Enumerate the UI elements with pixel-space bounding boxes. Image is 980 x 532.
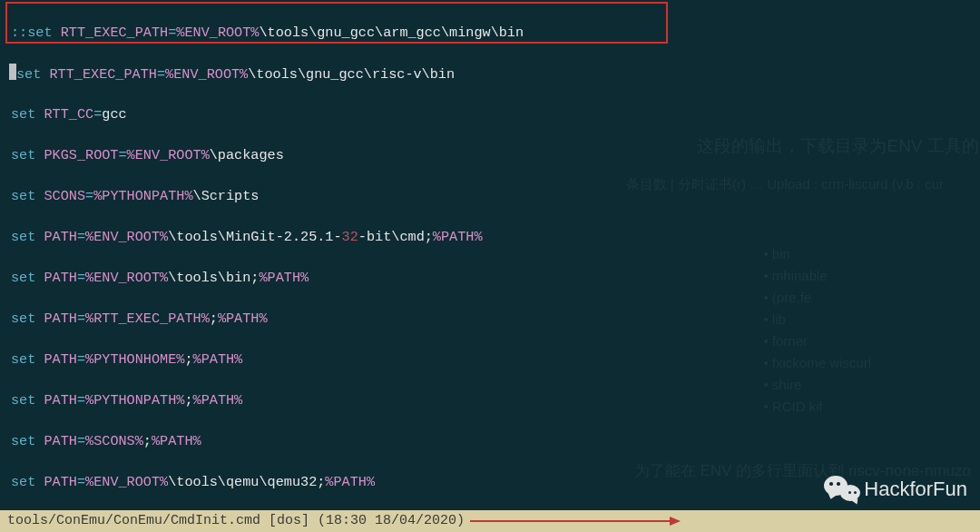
background-ghost-text: 这段的输出，下载目录为ENV 工具的 /tool: [697, 136, 980, 157]
background-ghost-text: 条目数 | 分时证书(r) … Upload : crm-liscurd (v,…: [626, 174, 944, 195]
code-line: set RTT_EXEC_PATH=%ENV_ROOT%\tools\gnu_g…: [11, 64, 980, 84]
annotation-arrow: [470, 520, 671, 522]
code-line: set PATH=%SCONS%;%PATH%: [11, 431, 980, 452]
status-bar: tools/ConEmu/ConEmu/CmdInit.cmd [dos] (1…: [0, 510, 980, 532]
status-file-path: tools/ConEmu/ConEmu/CmdInit.cmd: [7, 510, 260, 532]
code-line: ::set RTT_EXEC_PATH=%ENV_ROOT%\tools\gnu…: [11, 23, 980, 44]
watermark-text: HackforFun: [864, 479, 967, 500]
wechat-icon: [824, 474, 860, 505]
status-file-type: [dos]: [269, 510, 309, 532]
text-cursor: [9, 64, 16, 80]
watermark: HackforFun: [824, 474, 967, 505]
code-line: set RTT_CC=gcc: [11, 104, 980, 125]
background-ghost-list: • bin • mhinable • (pre,fe • lib • forne…: [763, 243, 871, 418]
status-time: (18:30 18/04/2020): [318, 510, 465, 532]
